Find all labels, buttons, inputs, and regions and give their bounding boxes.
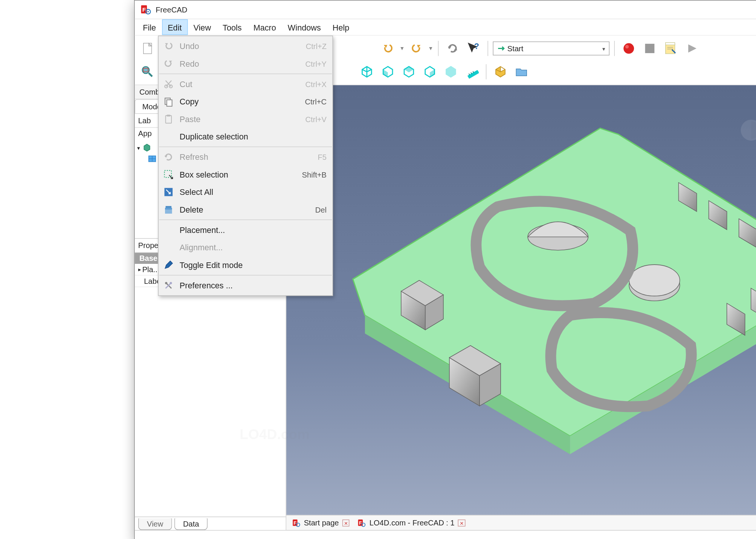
svg-text:?: ? bbox=[474, 41, 479, 51]
pencil-icon bbox=[161, 259, 176, 271]
menu-paste[interactable]: PasteCtrl+V bbox=[159, 110, 332, 128]
menu-refresh[interactable]: RefreshF5 bbox=[159, 148, 332, 165]
measure-button[interactable] bbox=[462, 63, 481, 81]
refresh-icon bbox=[161, 151, 176, 164]
svg-rect-33 bbox=[665, 43, 675, 45]
menu-box-selection[interactable]: Box selectionShift+B bbox=[159, 166, 332, 183]
workbench-selector[interactable]: Start▾ bbox=[493, 41, 609, 55]
svg-line-11 bbox=[165, 81, 171, 86]
svg-point-23 bbox=[165, 282, 167, 284]
model-render bbox=[316, 98, 756, 490]
menu-file[interactable]: File bbox=[137, 19, 162, 35]
document-icon bbox=[142, 143, 151, 152]
folder-button[interactable] bbox=[512, 63, 531, 81]
svg-rect-19 bbox=[165, 210, 172, 214]
stop-macro-button[interactable] bbox=[640, 39, 659, 58]
svg-rect-18 bbox=[165, 208, 172, 210]
front-view-button[interactable] bbox=[378, 63, 397, 81]
menu-preferences[interactable]: Preferences ... bbox=[159, 277, 332, 294]
play-macro-button[interactable] bbox=[682, 39, 701, 58]
menu-cut[interactable]: CutCtrl+X bbox=[159, 75, 332, 93]
menu-placement[interactable]: Placement... bbox=[159, 221, 332, 239]
menu-redo[interactable]: RedoCtrl+Y bbox=[159, 55, 332, 72]
doc-tab-start[interactable]: F Start page × bbox=[292, 518, 349, 527]
refresh-toolbar-button[interactable] bbox=[443, 39, 462, 58]
iso-view-button[interactable] bbox=[357, 63, 376, 81]
window-title: FreeCAD bbox=[156, 5, 187, 14]
select-all-icon bbox=[161, 185, 176, 198]
undo-toolbar-button[interactable] bbox=[378, 39, 397, 58]
menu-view[interactable]: View bbox=[187, 19, 217, 35]
svg-rect-13 bbox=[166, 100, 172, 106]
right-view-button[interactable] bbox=[420, 63, 439, 81]
preferences-icon bbox=[161, 279, 176, 292]
svg-point-62 bbox=[362, 523, 365, 526]
svg-rect-14 bbox=[165, 116, 171, 123]
menu-tools[interactable]: Tools bbox=[217, 19, 247, 35]
menu-copy[interactable]: CopyCtrl+C bbox=[159, 93, 332, 110]
mesh-icon bbox=[147, 153, 157, 163]
svg-line-37 bbox=[148, 73, 152, 77]
prop-tab-data[interactable]: Data bbox=[174, 518, 208, 530]
whats-this-button[interactable]: ? bbox=[464, 39, 483, 58]
statusbar: CAD · 235.96 mm x 147.55 mm bbox=[134, 530, 756, 539]
svg-rect-15 bbox=[166, 115, 170, 116]
app-icon: F bbox=[141, 5, 151, 15]
record-macro-button[interactable] bbox=[619, 39, 638, 58]
delete-icon bbox=[161, 203, 176, 216]
cut-icon bbox=[161, 78, 176, 90]
3d-viewport[interactable]: LO4D.com bbox=[286, 85, 756, 515]
svg-text:F: F bbox=[142, 6, 145, 12]
new-button[interactable] bbox=[138, 39, 157, 58]
close-icon[interactable]: × bbox=[342, 519, 349, 526]
prop-tab-view[interactable]: View bbox=[138, 518, 172, 530]
document-tabs: F Start page × F LO4D.com - FreeCAD : 1 … bbox=[286, 515, 756, 530]
menu-macro[interactable]: Macro bbox=[247, 19, 282, 35]
svg-rect-20 bbox=[165, 206, 171, 208]
paste-icon bbox=[161, 113, 176, 126]
redo-icon bbox=[161, 57, 176, 70]
menu-duplicate[interactable]: Duplicate selection bbox=[159, 128, 332, 145]
svg-point-59 bbox=[296, 523, 299, 526]
svg-point-3 bbox=[147, 11, 149, 12]
box-selection-icon bbox=[161, 168, 176, 181]
menu-delete[interactable]: DeleteDel bbox=[159, 201, 332, 218]
rear-view-button[interactable] bbox=[441, 63, 460, 81]
menu-help[interactable]: Help bbox=[327, 19, 355, 35]
copy-icon bbox=[161, 95, 176, 108]
menu-edit[interactable]: Edit bbox=[162, 19, 187, 35]
close-icon[interactable]: × bbox=[458, 519, 465, 526]
menu-windows[interactable]: Windows bbox=[282, 19, 327, 35]
edit-macro-button[interactable] bbox=[661, 39, 680, 58]
doc-tab-model[interactable]: F LO4D.com - FreeCAD : 1 × bbox=[357, 518, 465, 527]
top-view-button[interactable] bbox=[399, 63, 418, 81]
menu-alignment[interactable]: Alignment... bbox=[159, 239, 332, 256]
menu-select-all[interactable]: Select All bbox=[159, 183, 332, 201]
part-button[interactable] bbox=[491, 63, 510, 81]
redo-toolbar-button[interactable] bbox=[407, 39, 426, 58]
titlebar: F FreeCAD bbox=[134, 1, 756, 20]
zoom-fit-button[interactable] bbox=[138, 63, 157, 81]
menu-toggle-edit[interactable]: Toggle Edit mode bbox=[159, 256, 332, 274]
menu-undo[interactable]: UndoCtrl+Z bbox=[159, 37, 332, 55]
svg-rect-31 bbox=[645, 44, 654, 53]
undo-icon bbox=[161, 40, 176, 52]
menubar: File Edit View Tools Macro Windows Help … bbox=[134, 19, 756, 35]
edit-menu-dropdown: UndoCtrl+Z RedoCtrl+Y CutCtrl+X CopyCtrl… bbox=[158, 35, 333, 296]
svg-point-49 bbox=[629, 265, 680, 296]
svg-point-29 bbox=[623, 43, 634, 54]
